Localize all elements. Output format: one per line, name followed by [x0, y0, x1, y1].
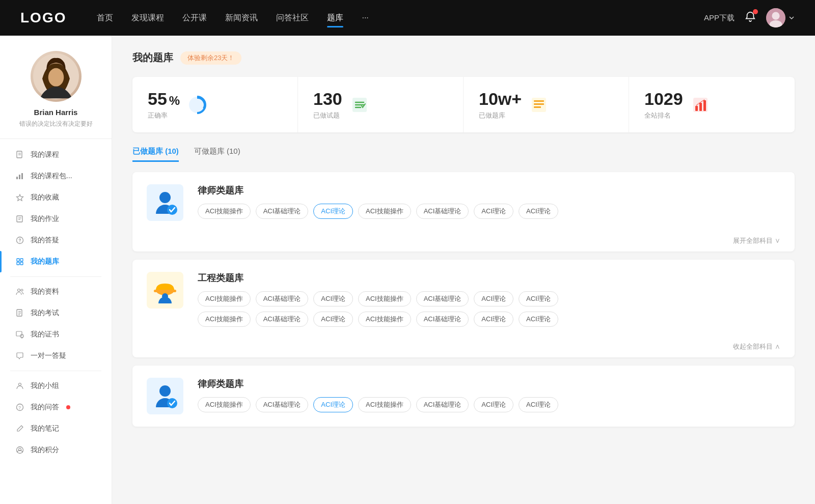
svg-rect-28: [16, 331, 22, 336]
sidebar-menu: 我的课程 我的课程包... 我的收藏 我的作业: [0, 139, 112, 466]
app-download-button[interactable]: APP下载: [704, 13, 735, 23]
sidebar-item-my-profile[interactable]: 我的资料: [0, 281, 112, 302]
tag-eng-0[interactable]: ACI技能操作: [198, 291, 251, 306]
sidebar: Brian Harris 错误的决定比没有决定要好 我的课程 我的课程包...: [0, 36, 112, 504]
tag-eng-2[interactable]: ACI理论: [313, 291, 353, 306]
sidebar-item-course-package[interactable]: 我的课程包...: [0, 165, 112, 187]
nav-discover[interactable]: 发现课程: [131, 11, 164, 25]
svg-line-31: [22, 337, 22, 339]
svg-rect-48: [699, 103, 702, 111]
nav-menu: 首页 发现课程 公开课 新闻资讯 问答社区 题库 ···: [97, 11, 704, 25]
svg-rect-10: [19, 175, 20, 179]
question-circle-icon: [15, 236, 24, 245]
tag-eng-3[interactable]: ACI技能操作: [358, 291, 411, 306]
sidebar-label-my-points: 我的积分: [31, 445, 59, 455]
nav-open-course[interactable]: 公开课: [182, 11, 207, 25]
bank-icon-lawyer: [147, 184, 183, 221]
tab-todo[interactable]: 可做题库 (10): [194, 147, 240, 162]
certificate-icon: [15, 330, 24, 339]
bank-title-engineer: 工程类题库: [198, 272, 780, 284]
tags-row-engineer-2: ACI技能操作 ACI基础理论 ACI理论 ACI技能操作 ACI基础理论 AC…: [198, 312, 780, 327]
engineer-icon: [151, 276, 179, 304]
tag-eng2-4[interactable]: ACI基础理论: [416, 312, 469, 327]
nav-qa[interactable]: 问答社区: [276, 11, 309, 25]
svg-rect-53: [154, 290, 176, 292]
sidebar-label-my-group: 我的小组: [31, 381, 59, 390]
sidebar-item-my-cert[interactable]: 我的证书: [0, 324, 112, 345]
sidebar-item-my-qa[interactable]: ? 我的问答: [0, 397, 112, 418]
grid-icon: [15, 257, 24, 266]
svg-text:?: ?: [18, 405, 21, 410]
nav-news[interactable]: 新闻资讯: [225, 11, 258, 25]
tag-lawyer-2-2[interactable]: ACI理论: [313, 397, 353, 412]
tag-lawyer-1-4[interactable]: ACI基础理论: [416, 204, 469, 219]
tag-eng2-3[interactable]: ACI技能操作: [358, 312, 411, 327]
svg-marker-12: [17, 194, 23, 201]
notification-bell[interactable]: [745, 11, 756, 24]
sidebar-label-one-on-one: 一对一答疑: [31, 351, 66, 360]
tab-done[interactable]: 已做题库 (10): [132, 147, 179, 162]
file-icon: [15, 150, 24, 159]
tags-row-engineer-1: ACI技能操作 ACI基础理论 ACI理论 ACI技能操作 ACI基础理论 AC…: [198, 291, 780, 306]
tag-eng-5[interactable]: ACI理论: [474, 291, 513, 306]
trial-badge: 体验剩余23天！: [180, 51, 241, 65]
stat-total-label: 已做题库: [479, 111, 522, 120]
lawyer-icon: [151, 188, 179, 217]
sidebar-item-my-points[interactable]: 我的积分: [0, 439, 112, 461]
nav-more[interactable]: ···: [362, 11, 368, 24]
stat-done-value: 130: [313, 89, 342, 109]
nav-question-bank[interactable]: 题库: [327, 11, 343, 25]
tag-lawyer-2-3[interactable]: ACI技能操作: [358, 397, 411, 412]
tag-lawyer-1-6[interactable]: ACI理论: [519, 204, 558, 219]
tag-eng2-1[interactable]: ACI基础理论: [256, 312, 309, 327]
tag-lawyer-2-5[interactable]: ACI理论: [474, 397, 513, 412]
tag-lawyer-1-2[interactable]: ACI理论: [313, 204, 353, 219]
tag-lawyer-1-5[interactable]: ACI理论: [474, 204, 513, 219]
sidebar-item-homework[interactable]: 我的作业: [0, 208, 112, 230]
file-text-icon: [15, 309, 24, 318]
tag-lawyer-2-0[interactable]: ACI技能操作: [198, 397, 251, 412]
bank-card-engineer: 工程类题库 ACI技能操作 ACI基础理论 ACI理论 ACI技能操作 ACI基…: [132, 260, 795, 357]
tag-lawyer-1-0[interactable]: ACI技能操作: [198, 204, 251, 219]
tag-eng-4[interactable]: ACI基础理论: [416, 291, 469, 306]
expand-link-lawyer-1[interactable]: 展开全部科目 ∨: [132, 233, 795, 251]
qa-icon: ?: [15, 403, 24, 412]
page-wrap: Brian Harris 错误的决定比没有决定要好 我的课程 我的课程包...: [0, 36, 815, 504]
svg-rect-21: [20, 262, 23, 265]
sidebar-item-my-questions[interactable]: 我的答疑: [0, 230, 112, 251]
nav-home[interactable]: 首页: [97, 11, 113, 25]
sidebar-item-favorites[interactable]: 我的收藏: [0, 187, 112, 208]
tag-eng-1[interactable]: ACI基础理论: [256, 291, 309, 306]
tag-lawyer-1-1[interactable]: ACI基础理论: [256, 204, 309, 219]
svg-rect-47: [695, 106, 698, 111]
avatar-image: [766, 8, 785, 27]
user-avatar[interactable]: [766, 8, 795, 27]
sidebar-item-my-group[interactable]: 我的小组: [0, 375, 112, 397]
bar-chart-icon: [15, 172, 24, 181]
sidebar-item-my-notes[interactable]: 我的笔记: [0, 418, 112, 439]
navbar: LOGO 首页 发现课程 公开课 新闻资讯 问答社区 题库 ··· APP下载: [0, 0, 815, 36]
sidebar-item-my-courses[interactable]: 我的课程: [0, 144, 112, 165]
notification-badge: [753, 9, 758, 14]
tag-lawyer-1-3[interactable]: ACI技能操作: [358, 204, 411, 219]
expand-link-engineer[interactable]: 收起全部科目 ∧: [132, 339, 795, 357]
svg-rect-19: [20, 259, 23, 261]
sidebar-item-my-exam[interactable]: 我的考试: [0, 302, 112, 324]
profile-avatar: [31, 51, 82, 102]
tag-eng2-0[interactable]: ACI技能操作: [198, 312, 251, 327]
main-content: 我的题库 体验剩余23天！ 55 % 正确率: [112, 36, 815, 504]
total-icon: [530, 96, 548, 114]
tag-eng-6[interactable]: ACI理论: [519, 291, 558, 306]
tag-eng2-2[interactable]: ACI理论: [313, 312, 353, 327]
tag-eng2-6[interactable]: ACI理论: [519, 312, 558, 327]
tag-eng2-5[interactable]: ACI理论: [474, 312, 513, 327]
tag-lawyer-2-4[interactable]: ACI基础理论: [416, 397, 469, 412]
sidebar-item-one-on-one[interactable]: 一对一答疑: [0, 345, 112, 367]
tag-lawyer-2-6[interactable]: ACI理论: [519, 397, 558, 412]
checklist-icon: [350, 96, 369, 114]
page-header: 我的题库 体验剩余23天！: [132, 51, 795, 65]
tag-lawyer-2-1[interactable]: ACI基础理论: [256, 397, 309, 412]
sidebar-item-my-bank[interactable]: 我的题库: [0, 251, 112, 272]
svg-point-50: [159, 192, 171, 203]
rank-icon: [691, 96, 710, 114]
